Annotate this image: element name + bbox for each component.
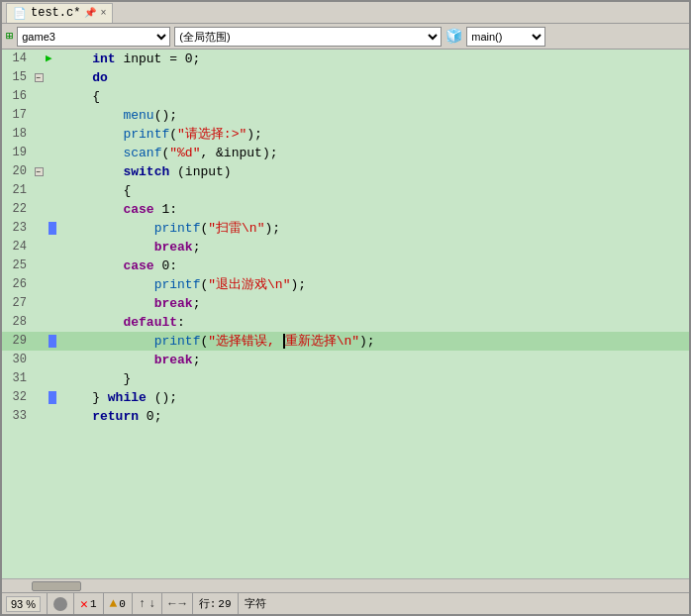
code-line-32: 32 } while ();: [2, 388, 689, 407]
status-icon-section: [53, 593, 74, 614]
line-num: 20: [2, 162, 32, 181]
line-content: break;: [59, 238, 689, 257]
char-info: 字符: [245, 596, 266, 611]
code-line-19: 19 scanf("%d", &input);: [2, 144, 689, 162]
code-line-17: 17 menu();: [2, 106, 689, 125]
warning-count: 0: [119, 598, 126, 610]
code-line-16: 16 {: [2, 87, 689, 106]
line-num: 16: [2, 87, 32, 106]
global-select[interactable]: (全局范围): [174, 27, 442, 47]
line-content: } while ();: [59, 388, 689, 407]
line-content: default:: [59, 313, 689, 332]
row-info: 行: 29: [199, 593, 239, 614]
scope-select[interactable]: game3: [17, 27, 170, 47]
down-arrow-btn[interactable]: ↓: [148, 597, 155, 611]
code-editor: 14 ▶ int input = 0; 15 − do 16 {: [2, 50, 689, 578]
code-line-25: 25 case 0:: [2, 257, 689, 275]
line-content: break;: [59, 351, 689, 369]
line-num: 28: [2, 313, 32, 332]
pin-icon[interactable]: 📌: [84, 7, 96, 19]
line-content[interactable]: printf("选择错误, 重新选择\n");: [59, 332, 689, 351]
row-value: 29: [218, 598, 231, 610]
line-content: printf("请选择:>");: [59, 125, 689, 144]
code-line-28: 28 default:: [2, 313, 689, 332]
code-line-15: 15 − do: [2, 68, 689, 87]
line-num: 26: [2, 275, 32, 294]
line-content: return 0;: [59, 407, 689, 426]
line-content: switch (input): [59, 162, 689, 181]
code-line-27: 27 break;: [2, 294, 689, 313]
toolbar: ⊞ game3 (全局范围) 🧊 main(): [2, 24, 689, 50]
line-num: 24: [2, 238, 32, 257]
line-content: break;: [59, 294, 689, 313]
line-content: int input = 0;: [59, 50, 689, 68]
line-content: case 1:: [59, 200, 689, 219]
line-content: scanf("%d", &input);: [59, 144, 689, 162]
bookmark-marker-32: [46, 391, 59, 404]
code-line-22: 22 case 1:: [2, 200, 689, 219]
char-label: 字符: [245, 596, 266, 611]
cube-icon: 🧊: [445, 28, 462, 45]
code-line-31: 31 }: [2, 369, 689, 388]
title-bar: 📄 test.c* 📌 ×: [2, 2, 689, 24]
line-num: 31: [2, 369, 32, 388]
line-content: do: [59, 68, 689, 87]
line-content: case 0:: [59, 257, 689, 275]
left-arrow-btn[interactable]: ←: [168, 597, 175, 611]
line-num: 27: [2, 294, 32, 313]
line-content: }: [59, 369, 689, 388]
line-num: 18: [2, 125, 32, 144]
code-line-14: 14 ▶ int input = 0;: [2, 50, 689, 68]
code-line-20: 20 − switch (input): [2, 162, 689, 181]
status-bar: 93 % ✕ 1 ▲ 0 ↑ ↓ ← → 行: 29 字符: [2, 592, 689, 614]
file-tab[interactable]: 📄 test.c* 📌 ×: [6, 3, 113, 23]
app-window: 📄 test.c* 📌 × ⊞ game3 (全局范围) 🧊 main() 14…: [0, 0, 691, 616]
line-content: printf("扫雷\n");: [59, 219, 689, 238]
line-content: printf("退出游戏\n");: [59, 275, 689, 294]
bookmark-marker-23: [46, 222, 59, 235]
scope-icon: ⊞: [6, 29, 13, 44]
code-line-18: 18 printf("请选择:>");: [2, 125, 689, 144]
scrollbar-h[interactable]: [2, 578, 689, 592]
zoom-button[interactable]: 93 %: [6, 596, 41, 612]
right-arrow-btn[interactable]: →: [179, 597, 186, 611]
collapse-btn-20[interactable]: −: [32, 167, 46, 176]
line-num: 25: [2, 257, 32, 275]
line-num: 17: [2, 106, 32, 125]
tab-label: test.c*: [31, 6, 80, 20]
scroll-arrows: ← →: [168, 593, 192, 614]
line-num: 33: [2, 407, 32, 426]
line-num: 22: [2, 200, 32, 219]
line-num: 21: [2, 181, 32, 200]
bookmark-marker-29: [46, 335, 59, 348]
collapse-btn-15[interactable]: −: [32, 73, 46, 82]
line-content: menu();: [59, 106, 689, 125]
func-select[interactable]: main(): [466, 27, 545, 47]
code-line-29: 29 printf("选择错误, 重新选择\n");: [2, 332, 689, 351]
close-icon[interactable]: ×: [100, 8, 106, 19]
line-num: 19: [2, 144, 32, 162]
line-content: {: [59, 87, 689, 106]
code-line-21: 21 {: [2, 181, 689, 200]
warning-icon: ▲: [110, 596, 118, 611]
status-icon: [53, 597, 67, 611]
code-line-33: 33 return 0;: [2, 407, 689, 426]
row-label: 行:: [199, 596, 217, 611]
line-content: {: [59, 181, 689, 200]
line-num: 29: [2, 332, 32, 351]
code-line-30: 30 break;: [2, 351, 689, 369]
line-num: 23: [2, 219, 32, 238]
line-num: 14: [2, 50, 32, 68]
code-lines: 14 ▶ int input = 0; 15 − do 16 {: [2, 50, 689, 578]
code-line-24: 24 break;: [2, 238, 689, 257]
file-icon: 📄: [13, 7, 27, 20]
code-line-26: 26 printf("退出游戏\n");: [2, 275, 689, 294]
error-icon: ✕: [80, 596, 88, 612]
code-line-23: 23 printf("扫雷\n");: [2, 219, 689, 238]
line-num: 15: [2, 68, 32, 87]
up-arrow-btn[interactable]: ↑: [139, 597, 146, 611]
marker-col: ▶: [46, 50, 59, 68]
line-num: 32: [2, 388, 32, 407]
nav-arrows: ↑ ↓: [139, 593, 162, 614]
warning-section: ▲ 0: [110, 593, 133, 614]
